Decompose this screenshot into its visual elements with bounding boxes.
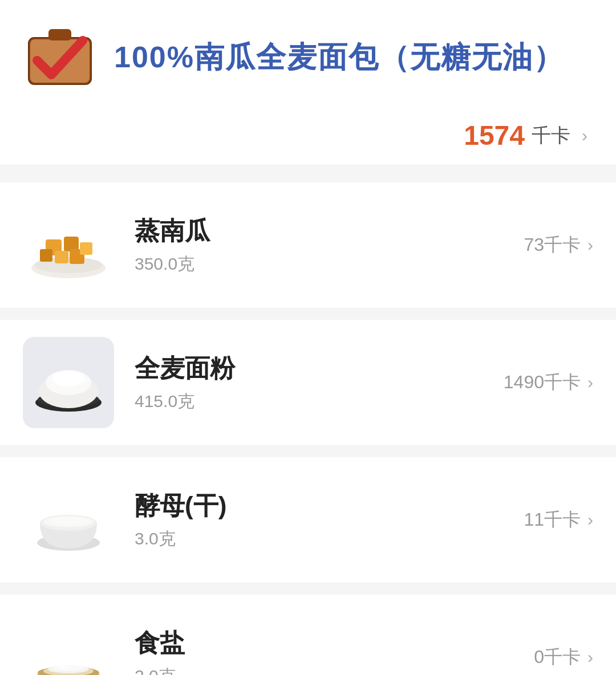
ingredient-item[interactable]: 食盐 2.0克 0千卡 › bbox=[0, 595, 616, 675]
svg-rect-9 bbox=[40, 249, 52, 262]
calorie-value: 73千卡 bbox=[524, 233, 581, 258]
ingredient-image-pumpkin bbox=[23, 200, 114, 291]
ingredient-item[interactable]: 全麦面粉 415.0克 1490千卡 › bbox=[0, 320, 616, 446]
svg-point-27 bbox=[58, 665, 70, 669]
ingredient-item[interactable]: 酵母(干) 3.0克 11千卡 › bbox=[0, 457, 616, 583]
ingredient-calories-salt: 0千卡 › bbox=[534, 645, 593, 670]
divider-3 bbox=[0, 583, 616, 595]
calorie-value: 11千卡 bbox=[524, 507, 581, 532]
header: 100%南瓜全麦面包（无糖无油） bbox=[0, 0, 616, 106]
ingredient-info-flour: 全麦面粉 415.0克 bbox=[135, 352, 504, 413]
ingredient-info-salt: 食盐 2.0克 bbox=[135, 627, 534, 675]
svg-point-15 bbox=[52, 371, 84, 387]
ingredient-calories-pumpkin: 73千卡 › bbox=[524, 233, 593, 258]
ingredient-name: 全麦面粉 bbox=[135, 352, 504, 385]
calorie-value: 1490千卡 bbox=[504, 370, 581, 395]
ingredient-name: 蒸南瓜 bbox=[135, 214, 524, 248]
ingredient-image-yeast bbox=[23, 474, 114, 566]
ingredient-amount: 350.0克 bbox=[135, 253, 524, 276]
gap-1 bbox=[0, 165, 616, 182]
ingredient-calories-yeast: 11千卡 › bbox=[524, 507, 593, 532]
ingredient-chevron: › bbox=[587, 235, 593, 255]
ingredient-info-pumpkin: 蒸南瓜 350.0克 bbox=[135, 214, 524, 276]
ingredient-info-yeast: 酵母(干) 3.0克 bbox=[135, 489, 524, 551]
svg-rect-10 bbox=[80, 242, 92, 255]
ingredient-image-flour bbox=[23, 337, 114, 428]
divider-2 bbox=[0, 446, 616, 457]
calorie-value: 0千卡 bbox=[534, 645, 581, 670]
svg-point-20 bbox=[48, 517, 88, 524]
ingredient-amount: 3.0克 bbox=[135, 527, 524, 551]
ingredient-chevron: › bbox=[587, 648, 593, 667]
total-calories-chevron[interactable]: › bbox=[582, 126, 587, 145]
ingredient-calories-flour: 1490千卡 › bbox=[504, 370, 593, 395]
svg-point-16 bbox=[56, 373, 70, 380]
ingredient-name: 食盐 bbox=[135, 627, 534, 660]
ingredient-chevron: › bbox=[587, 373, 593, 392]
divider-1 bbox=[0, 308, 616, 320]
ingredient-amount: 2.0克 bbox=[135, 665, 534, 675]
svg-rect-2 bbox=[48, 29, 71, 40]
total-calories-row[interactable]: 1574 千卡 › bbox=[0, 106, 616, 165]
ingredient-amount: 415.0克 bbox=[135, 390, 504, 413]
ingredient-item[interactable]: 蒸南瓜 350.0克 73千卡 › bbox=[0, 182, 616, 308]
page-title: 100%南瓜全麦面包（无糖无油） bbox=[114, 38, 564, 78]
app-logo bbox=[23, 21, 97, 95]
total-calorie-unit: 千卡 bbox=[532, 123, 570, 149]
ingredient-image-salt bbox=[23, 612, 114, 675]
ingredient-chevron: › bbox=[587, 510, 593, 530]
svg-rect-7 bbox=[55, 251, 68, 263]
ingredient-name: 酵母(干) bbox=[135, 489, 524, 523]
total-calorie-number: 1574 bbox=[464, 120, 525, 151]
